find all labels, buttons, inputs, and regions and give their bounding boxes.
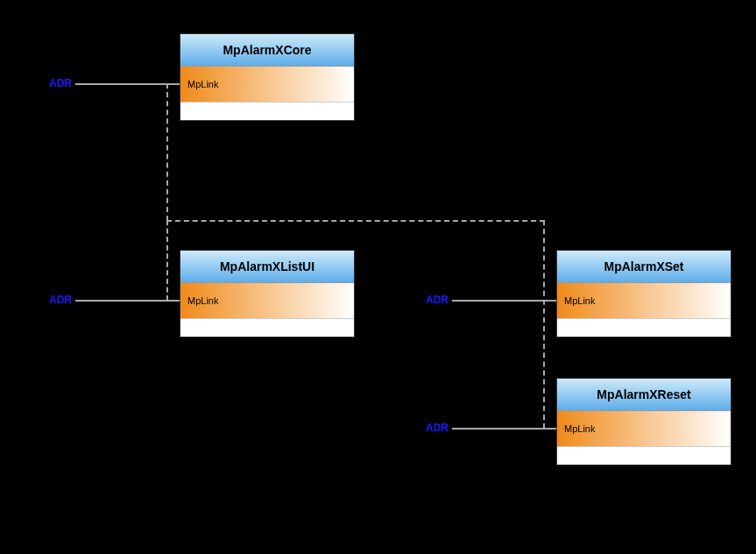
- block-core: MpAlarmXCore MpLink: [180, 33, 355, 121]
- connector-adr1-core: [75, 83, 180, 85]
- block-reset-footer: [557, 447, 731, 465]
- block-set-param: MpLink: [557, 283, 731, 319]
- connector-adr3-set: [452, 300, 556, 302]
- block-listui-title: MpAlarmXListUI: [180, 251, 354, 283]
- block-core-param: MpLink: [180, 67, 354, 103]
- connector-core-down: [166, 83, 168, 221]
- block-set-footer: [557, 319, 731, 337]
- connector-adr4-reset: [452, 428, 556, 430]
- block-listui-footer: [180, 319, 354, 337]
- adr-label-4: ADR: [426, 422, 449, 434]
- adr-label-3: ADR: [426, 294, 449, 306]
- connector-bus: [166, 220, 545, 222]
- block-listui-param: MpLink: [180, 283, 354, 319]
- adr-label-1: ADR: [49, 77, 72, 89]
- connector-bus-listui: [166, 220, 168, 301]
- block-set: MpAlarmXSet MpLink: [556, 250, 731, 337]
- connector-adr2-listui: [75, 300, 180, 302]
- connector-bus-right: [543, 220, 545, 429]
- block-reset-param: MpLink: [557, 411, 731, 447]
- block-reset-title: MpAlarmXReset: [557, 379, 731, 411]
- block-set-title: MpAlarmXSet: [557, 251, 731, 283]
- block-reset: MpAlarmXReset MpLink: [556, 378, 731, 465]
- adr-label-2: ADR: [49, 294, 72, 306]
- block-core-title: MpAlarmXCore: [180, 34, 354, 67]
- block-core-footer: [180, 103, 354, 120]
- block-listui: MpAlarmXListUI MpLink: [180, 250, 355, 337]
